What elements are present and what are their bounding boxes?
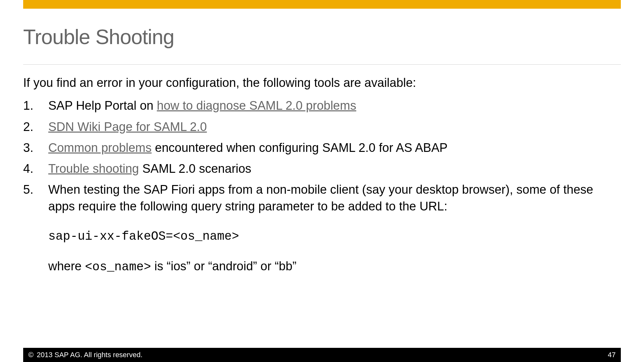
item5-code: sap-ui-xx-fakeOS=<os_name> bbox=[48, 228, 621, 245]
list-item-2: SDN Wiki Page for SAML 2.0 bbox=[23, 119, 621, 135]
link-saml-diagnose[interactable]: how to diagnose SAML 2.0 problems bbox=[157, 99, 356, 112]
item5-where-prefix: where bbox=[48, 259, 85, 273]
item5-where-suffix: is “ios” or “android” or “bb” bbox=[151, 259, 296, 273]
item1-prefix: SAP Help Portal on bbox=[48, 99, 157, 112]
item5-para1: When testing the SAP Fiori apps from a n… bbox=[48, 181, 621, 215]
link-common-problems[interactable]: Common problems bbox=[48, 141, 152, 154]
slide: Trouble Shooting If you find an error in… bbox=[0, 0, 644, 362]
list-item-4: Trouble shooting SAML 2.0 scenarios bbox=[23, 161, 621, 177]
link-sdn-wiki[interactable]: SDN Wiki Page for SAML 2.0 bbox=[48, 120, 207, 134]
list-item-1: SAP Help Portal on how to diagnose SAML … bbox=[23, 97, 621, 114]
item4-suffix: SAML 2.0 scenarios bbox=[139, 162, 251, 175]
copyright: © 2013 SAP AG. All rights reserved. bbox=[28, 351, 143, 359]
link-trouble-shooting[interactable]: Trouble shooting bbox=[48, 162, 139, 175]
intro-text: If you find an error in your configurati… bbox=[23, 75, 621, 91]
content-area: If you find an error in your configurati… bbox=[23, 75, 621, 280]
page-number: 47 bbox=[608, 351, 616, 359]
title-divider bbox=[23, 64, 621, 65]
item3-suffix: encountered when configuring SAML 2.0 fo… bbox=[152, 141, 448, 154]
footer-bar: © 2013 SAP AG. All rights reserved. 47 bbox=[23, 348, 621, 362]
troubleshooting-list: SAP Help Portal on how to diagnose SAML … bbox=[23, 97, 621, 275]
list-item-3: Common problems encountered when configu… bbox=[23, 140, 621, 156]
copyright-text: 2013 SAP AG. All rights reserved. bbox=[37, 351, 143, 359]
item5-where: where <os_name> is “ios” or “android” or… bbox=[48, 258, 621, 275]
page-title: Trouble Shooting bbox=[23, 25, 174, 49]
copyright-symbol: © bbox=[28, 351, 33, 359]
top-accent-bar bbox=[23, 0, 621, 9]
item5-where-code: <os_name> bbox=[85, 260, 151, 274]
list-item-5: When testing the SAP Fiori apps from a n… bbox=[23, 181, 621, 275]
